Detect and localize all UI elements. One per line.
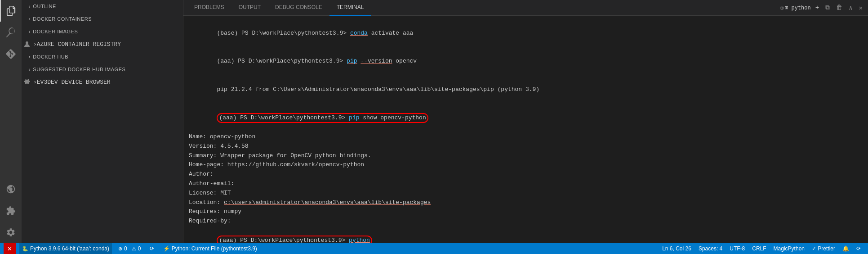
activity-bar bbox=[0, 0, 22, 243]
terminal-python-label: ⊞ ⊞ python bbox=[780, 5, 810, 11]
status-git[interactable]: ⟳ bbox=[147, 243, 157, 254]
terminal-content[interactable]: (base) PS D:\workPlace\pythontest3.9> co… bbox=[183, 16, 868, 243]
terminal-expand-button[interactable]: ∧ bbox=[847, 4, 854, 12]
sidebar-item-azure-container-registry[interactable]: › AZURE CONTAINER REGISTRY bbox=[22, 38, 183, 50]
terminal-actions: ⊞ ⊞ python + ⧉ 🗑 ∧ ✕ bbox=[780, 4, 864, 12]
chevron-icon: › bbox=[33, 79, 37, 86]
sidebar-item-label: EV3DEV DEVICE BROWSER bbox=[37, 79, 111, 86]
status-python-env[interactable]: 🐍 Python 3.9.6 64-bit ('aaa': conda) bbox=[19, 243, 112, 254]
term-line: (base) PS D:\workPlace\pythontest3.9> co… bbox=[189, 19, 863, 47]
search-icon[interactable] bbox=[0, 22, 22, 43]
remote-icon[interactable] bbox=[0, 178, 22, 200]
status-bell[interactable]: 🔔 bbox=[839, 243, 853, 254]
status-encoding[interactable]: UTF-8 bbox=[726, 243, 748, 254]
term-line: (aaa) PS D:\workPlace\pythontest3.9> pip… bbox=[189, 104, 863, 132]
git-icon[interactable] bbox=[0, 43, 22, 65]
tab-output[interactable]: OUTPUT bbox=[231, 0, 268, 16]
term-line: Summary: Wrapper package for OpenCV pyth… bbox=[189, 151, 863, 161]
terminal-close-button[interactable]: ✕ bbox=[857, 4, 864, 12]
terminal-tab-bar: PROBLEMS OUTPUT DEBUG CONSOLE TERMINAL ⊞… bbox=[183, 0, 868, 16]
svg-point-1 bbox=[26, 41, 28, 44]
term-line: Location: c:\users\administrator\anacond… bbox=[189, 198, 863, 208]
term-line: pip 21.2.4 from C:\Users\Administrator\a… bbox=[189, 76, 863, 104]
sidebar-item-docker-images[interactable]: › DOCKER IMAGES bbox=[22, 25, 183, 38]
sidebar-item-label: AZURE CONTAINER REGISTRY bbox=[37, 41, 121, 48]
term-line: License: MIT bbox=[189, 189, 863, 198]
status-python-file[interactable]: ⚡ Python: Current File (pythontest3.9) bbox=[160, 243, 259, 254]
sidebar-item-docker-containers[interactable]: › DOCKER CONTAINERS bbox=[22, 13, 183, 25]
term-line: Name: opencv-python bbox=[189, 132, 863, 142]
sidebar-item-label: SUGGESTED DOCKER HUB IMAGES bbox=[33, 67, 125, 72]
status-language[interactable]: MagicPython bbox=[770, 243, 808, 254]
term-line: Required-by: bbox=[189, 217, 863, 226]
sync-icon: ⟳ bbox=[150, 245, 154, 252]
terminal-split-button[interactable]: ⧉ bbox=[823, 4, 832, 11]
term-line: (aaa) PS D:\workPlace\pythontest3.9> pyt… bbox=[189, 226, 863, 243]
status-bar-left: ✕ 🐍 Python 3.9.6 64-bit ('aaa': conda) ⊗… bbox=[4, 243, 260, 254]
sidebar-item-label: OUTLINE bbox=[33, 4, 56, 9]
sidebar-item-ev3dev[interactable]: › EV3DEV DEVICE BROWSER bbox=[22, 76, 183, 88]
term-line: Author: bbox=[189, 170, 863, 179]
status-sync[interactable]: ⟳ bbox=[853, 243, 864, 254]
term-line: Requires: numpy bbox=[189, 207, 863, 217]
status-ln-col[interactable]: Ln 6, Col 26 bbox=[659, 243, 695, 254]
terminal-trash-button[interactable]: 🗑 bbox=[834, 4, 844, 11]
term-line: Home-page: https://github.com/skvark/ope… bbox=[189, 160, 863, 170]
sidebar: › OUTLINE › DOCKER CONTAINERS › DOCKER I… bbox=[22, 0, 183, 243]
chevron-icon: › bbox=[29, 29, 30, 34]
term-line: (aaa) PS D:\workPlace\pythontest3.9> pip… bbox=[189, 47, 863, 75]
sidebar-item-docker-hub[interactable]: › DOCKER HUB bbox=[22, 50, 183, 63]
term-line: Author-email: bbox=[189, 179, 863, 189]
status-spaces[interactable]: Spaces: 4 bbox=[695, 243, 726, 254]
tab-debug-console[interactable]: DEBUG CONSOLE bbox=[268, 0, 329, 16]
sidebar-item-label: DOCKER CONTAINERS bbox=[33, 16, 92, 22]
person-icon bbox=[22, 39, 32, 50]
status-bar: ✕ 🐍 Python 3.9.6 64-bit ('aaa': conda) ⊗… bbox=[0, 243, 868, 254]
warning-icon: ⚠ bbox=[132, 246, 136, 252]
sidebar-item-label: DOCKER HUB bbox=[33, 54, 68, 59]
tab-problems[interactable]: PROBLEMS bbox=[187, 0, 231, 16]
status-bar-right: Ln 6, Col 26 Spaces: 4 UTF-8 CRLF MagicP… bbox=[659, 243, 864, 254]
term-line: Version: 4.5.4.58 bbox=[189, 142, 863, 151]
extensions-icon[interactable] bbox=[0, 200, 22, 222]
error-icon: ⊗ bbox=[118, 246, 122, 252]
chevron-icon: › bbox=[29, 54, 30, 59]
terminal-plus-button[interactable]: + bbox=[814, 4, 821, 11]
tab-terminal[interactable]: TERMINAL bbox=[329, 0, 371, 16]
chevron-icon: › bbox=[29, 4, 30, 9]
sidebar-item-label: DOCKER IMAGES bbox=[33, 29, 78, 34]
chevron-icon: › bbox=[29, 67, 30, 72]
settings-icon[interactable] bbox=[0, 222, 22, 243]
chevron-icon: › bbox=[29, 17, 30, 22]
sidebar-item-outline[interactable]: › OUTLINE bbox=[22, 0, 183, 13]
status-line-ending[interactable]: CRLF bbox=[748, 243, 770, 254]
status-error-icon[interactable]: ✕ bbox=[4, 243, 16, 254]
gear-icon bbox=[22, 77, 32, 87]
terminal-area: PROBLEMS OUTPUT DEBUG CONSOLE TERMINAL ⊞… bbox=[183, 0, 868, 243]
explorer-icon[interactable] bbox=[0, 0, 22, 22]
status-errors[interactable]: ⊗ 0 ⚠ 0 bbox=[116, 243, 143, 254]
python-icon: 🐍 bbox=[22, 246, 28, 252]
sidebar-item-suggested-docker-hub-images[interactable]: › SUGGESTED DOCKER HUB IMAGES bbox=[22, 63, 183, 76]
chevron-icon: › bbox=[33, 41, 37, 48]
status-prettier[interactable]: ✓ Prettier bbox=[808, 243, 839, 254]
